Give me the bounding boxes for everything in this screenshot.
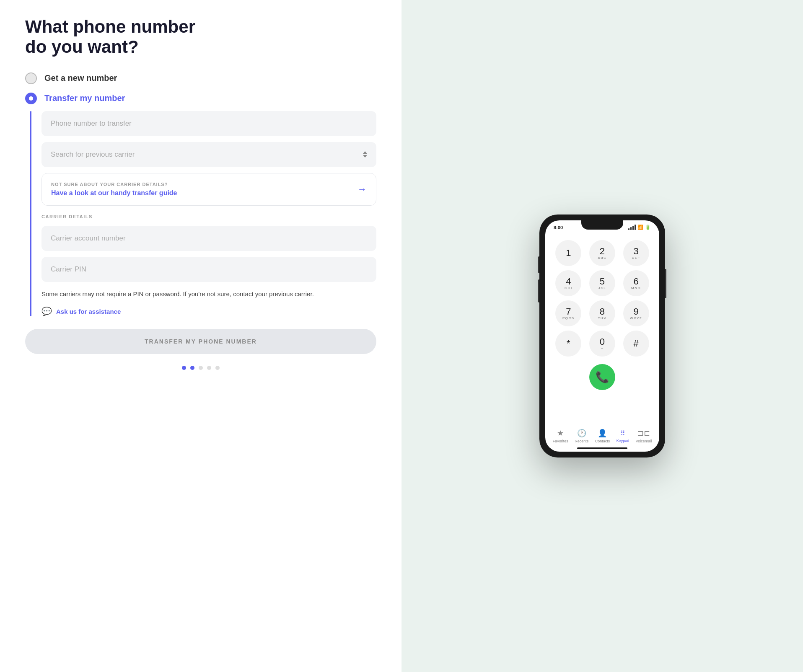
transfer-submit-button[interactable]: TRANSFER MY PHONE NUMBER [25, 329, 376, 354]
home-indicator [577, 447, 627, 449]
key-5-num: 5 [600, 277, 605, 286]
get-new-number-radio[interactable] [25, 72, 37, 84]
left-panel: What phone number do you want? Get a new… [0, 0, 402, 672]
side-button-power [665, 269, 666, 298]
phone-mockup: 8:00 📶 🔋 1 [539, 215, 665, 457]
call-btn-row: 📞 [549, 361, 655, 395]
phone-number-input[interactable] [41, 111, 376, 136]
get-new-number-option[interactable]: Get a new number [25, 72, 376, 84]
transfer-number-label: Transfer my number [44, 93, 125, 103]
phone-time: 8:00 [554, 225, 563, 230]
favorites-icon: ★ [557, 429, 564, 438]
dot-2 [190, 366, 194, 370]
nav-voicemail[interactable]: ⊐⊏ Voicemail [636, 429, 652, 443]
nav-favorites[interactable]: ★ Favorites [553, 429, 568, 443]
key-2-sub: ABC [598, 256, 607, 260]
signal-icon [628, 225, 636, 230]
dot-1 [182, 366, 186, 370]
keypad-icon: ⠿ [620, 429, 625, 437]
transfer-section: Search for previous carrier NOT SURE ABO… [25, 111, 376, 317]
nav-contacts-label: Contacts [595, 439, 610, 443]
nav-recents-label: Recents [575, 439, 588, 443]
dot-3 [199, 366, 203, 370]
get-new-number-label: Get a new number [44, 73, 117, 83]
call-button[interactable]: 📞 [589, 364, 615, 390]
phone-screen: 8:00 📶 🔋 1 [545, 220, 659, 452]
info-card[interactable]: NOT SURE ABOUT YOUR CARRIER DETAILS? Hav… [41, 173, 376, 206]
carrier-note: Some carriers may not require a PIN or p… [41, 289, 376, 299]
nav-keypad-label: Keypad [616, 439, 629, 443]
nav-voicemail-label: Voicemail [636, 439, 652, 443]
key-8-num: 8 [600, 307, 605, 316]
key-1-num: 1 [566, 248, 571, 258]
dot-5 [215, 366, 220, 370]
key-4-num: 4 [566, 277, 571, 286]
nav-favorites-label: Favorites [553, 439, 568, 443]
keypad-area: 1 2 ABC 3 DEF 4 GHI [545, 232, 659, 425]
carrier-search-label: Search for previous carrier [51, 150, 135, 159]
key-9[interactable]: 9 WXYZ [623, 300, 649, 326]
key-7[interactable]: 7 PQRS [555, 300, 581, 326]
carrier-details-label: CARRIER DETAILS [41, 214, 376, 219]
info-card-title: NOT SURE ABOUT YOUR CARRIER DETAILS? [51, 182, 177, 187]
chat-icon: 💬 [41, 306, 52, 316]
info-card-link: Have a look at our handy transfer guide [51, 189, 177, 197]
transfer-form: Search for previous carrier NOT SURE ABO… [41, 111, 376, 317]
dot-4 [207, 366, 211, 370]
key-8[interactable]: 8 TUV [589, 300, 615, 326]
recents-icon: 🕐 [577, 429, 586, 438]
key-star[interactable]: * [555, 331, 581, 357]
key-hash-num: # [634, 339, 639, 348]
transfer-number-option[interactable]: Transfer my number [25, 93, 376, 104]
phone-notch [581, 220, 623, 230]
key-4-sub: GHI [565, 286, 572, 290]
key-6[interactable]: 6 MNO [623, 270, 649, 296]
key-1[interactable]: 1 [555, 240, 581, 266]
voicemail-icon: ⊐⊏ [637, 429, 650, 438]
pagination [25, 366, 376, 370]
chevron-icon [363, 151, 367, 158]
nav-recents[interactable]: 🕐 Recents [575, 429, 588, 443]
key-4[interactable]: 4 GHI [555, 270, 581, 296]
key-hash[interactable]: # [623, 331, 649, 357]
arrow-right-icon: → [357, 184, 367, 195]
status-icons: 📶 🔋 [628, 225, 651, 230]
key-0-sub: + [601, 346, 604, 350]
carrier-search-select[interactable]: Search for previous carrier [41, 142, 376, 167]
key-2-num: 2 [600, 247, 605, 256]
key-3[interactable]: 3 DEF [623, 240, 649, 266]
assistance-link[interactable]: 💬 Ask us for assistance [41, 306, 376, 316]
carrier-pin-input[interactable] [41, 257, 376, 282]
carrier-account-number-input[interactable] [41, 226, 376, 251]
assistance-label: Ask us for assistance [56, 308, 121, 315]
key-8-sub: TUV [598, 316, 607, 320]
nav-contacts[interactable]: 👤 Contacts [595, 429, 610, 443]
side-button-mute [538, 256, 539, 273]
key-5-sub: JKL [598, 286, 606, 290]
key-9-sub: WXYZ [630, 316, 642, 320]
side-button-volume [538, 279, 539, 302]
key-7-num: 7 [566, 307, 571, 316]
key-3-num: 3 [634, 247, 639, 256]
key-2[interactable]: 2 ABC [589, 240, 615, 266]
contacts-icon: 👤 [598, 429, 607, 438]
transfer-number-radio[interactable] [25, 93, 37, 104]
wifi-icon: 📶 [637, 225, 643, 230]
key-6-sub: MNO [631, 286, 641, 290]
key-5[interactable]: 5 JKL [589, 270, 615, 296]
info-card-text: NOT SURE ABOUT YOUR CARRIER DETAILS? Hav… [51, 182, 177, 197]
key-0-num: 0 [600, 337, 605, 346]
key-6-num: 6 [634, 277, 639, 286]
page-title: What phone number do you want? [25, 17, 376, 57]
nav-keypad[interactable]: ⠿ Keypad [616, 429, 629, 443]
phone-icon: 📞 [596, 371, 609, 384]
battery-icon: 🔋 [645, 225, 651, 230]
phone-bottom-nav: ★ Favorites 🕐 Recents 👤 Contacts ⠿ Keypa… [545, 425, 659, 447]
key-7-sub: PQRS [562, 316, 575, 320]
key-star-num: * [567, 339, 570, 348]
keypad-grid: 1 2 ABC 3 DEF 4 GHI [549, 236, 655, 361]
section-border [30, 111, 31, 317]
key-9-num: 9 [634, 307, 639, 316]
key-0[interactable]: 0 + [589, 331, 615, 357]
key-3-sub: DEF [632, 256, 640, 260]
